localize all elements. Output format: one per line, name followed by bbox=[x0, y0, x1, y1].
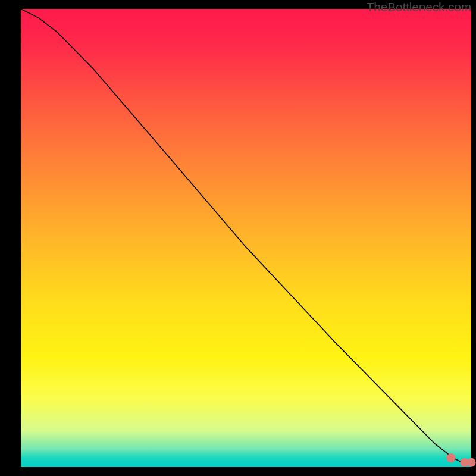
marker-segment bbox=[406, 412, 417, 424]
marker-segment bbox=[352, 357, 365, 371]
marker-segment bbox=[372, 378, 390, 396]
curve-line bbox=[21, 9, 471, 462]
marker-segment bbox=[394, 400, 403, 409]
marker-group bbox=[311, 311, 475, 467]
marker-point bbox=[467, 458, 476, 467]
marker-segment bbox=[422, 428, 437, 442]
marker-point bbox=[446, 453, 455, 462]
chart-overlay bbox=[21, 9, 471, 467]
marker-segment bbox=[311, 311, 347, 352]
